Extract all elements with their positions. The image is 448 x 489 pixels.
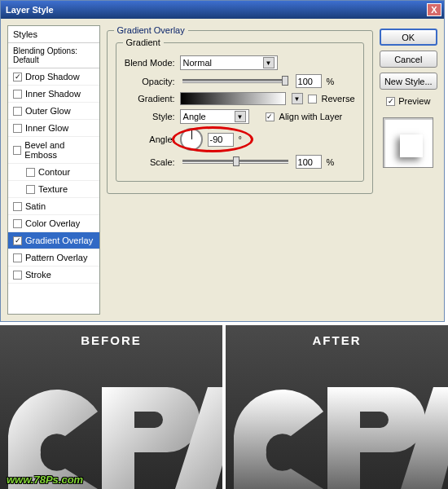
style-label: Outer Glow — [25, 106, 71, 116]
close-icon: X — [431, 5, 437, 15]
gradient-inner-group: Gradient Blend Mode: Normal ▼ Opacity: % — [116, 42, 364, 182]
style-label: Stroke — [25, 270, 51, 280]
align-label: Align with Layer — [279, 112, 343, 121]
angle-input[interactable] — [208, 133, 234, 147]
watermark: www.78Ps.com — [7, 474, 83, 486]
preview-checkbox[interactable] — [386, 97, 395, 106]
style-checkbox[interactable] — [13, 146, 21, 155]
center-panel: Gradient Overlay Gradient Blend Mode: No… — [107, 25, 373, 315]
angle-label: Angle: — [125, 134, 175, 144]
style-checkbox[interactable] — [26, 185, 35, 194]
inner-group-title: Gradient — [123, 37, 164, 47]
group-title: Gradient Overlay — [114, 25, 188, 35]
after-panel: AFTER — [222, 322, 448, 489]
style-label: Inner Shadow — [25, 89, 81, 99]
reverse-label: Reverse — [322, 94, 355, 104]
chevron-down-icon: ▼ — [263, 57, 275, 68]
style-label: Contour — [38, 167, 70, 177]
style-item-gradient-overlay[interactable]: Gradient Overlay — [8, 232, 99, 249]
style-item-inner-shadow[interactable]: Inner Shadow — [8, 86, 99, 103]
style-item-contour[interactable]: Contour — [8, 164, 99, 181]
style-item-bevel-and-emboss[interactable]: Bevel and Emboss — [8, 137, 99, 164]
preview-label: Preview — [398, 96, 430, 106]
style-label: Bevel and Emboss — [24, 140, 94, 160]
style-item-stroke[interactable]: Stroke — [8, 267, 99, 284]
new-style-button[interactable]: New Style... — [380, 73, 437, 90]
scale-label: Scale: — [125, 157, 175, 167]
blend-mode-label: Blend Mode: — [125, 58, 175, 68]
titlebar[interactable]: Layer Style X — [1, 1, 444, 19]
right-panel: OK Cancel New Style... Preview — [380, 25, 437, 315]
style-item-pattern-overlay[interactable]: Pattern Overlay — [8, 249, 99, 267]
style-checkbox[interactable] — [13, 219, 22, 228]
scale-input[interactable] — [296, 155, 322, 169]
style-checkbox[interactable] — [13, 202, 22, 211]
style-checkbox[interactable] — [13, 124, 22, 133]
style-item-inner-glow[interactable]: Inner Glow — [8, 120, 99, 137]
opacity-input[interactable] — [296, 74, 322, 88]
after-text-art — [230, 379, 448, 489]
style-label: Gradient Overlay — [25, 236, 93, 245]
reverse-checkbox[interactable] — [308, 95, 317, 104]
angle-wheel[interactable] — [180, 128, 203, 151]
before-title: BEFORE — [81, 333, 142, 347]
style-label: Color Overlay — [25, 218, 80, 228]
style-item-drop-shadow[interactable]: Drop Shadow — [8, 68, 99, 86]
style-label: Drop Shadow — [25, 72, 80, 82]
blend-mode-select[interactable]: Normal ▼ — [180, 55, 278, 70]
close-button[interactable]: X — [427, 3, 441, 16]
before-panel: BEFORE www.78Ps.com — [0, 322, 222, 489]
style-label: Inner Glow — [25, 123, 68, 133]
scale-slider[interactable] — [182, 161, 288, 164]
preview-thumbnail — [383, 117, 433, 168]
styles-panel: Styles Blending Options: Default Drop Sh… — [7, 25, 100, 315]
style-select[interactable]: Angle ▼ — [180, 109, 249, 124]
dialog-title: Layer Style — [6, 5, 54, 15]
gradient-overlay-group: Gradient Overlay Gradient Blend Mode: No… — [107, 30, 373, 194]
chevron-down-icon[interactable]: ▼ — [292, 93, 303, 104]
blending-options[interactable]: Blending Options: Default — [8, 43, 99, 68]
style-checkbox[interactable] — [13, 73, 22, 82]
style-label: Texture — [38, 184, 68, 194]
styles-header[interactable]: Styles — [8, 26, 99, 43]
opacity-label: Opacity: — [125, 77, 175, 86]
style-checkbox[interactable] — [13, 90, 22, 99]
style-label: Style: — [125, 112, 175, 121]
align-checkbox[interactable] — [266, 112, 275, 121]
ok-button[interactable]: OK — [380, 29, 437, 46]
style-item-satin[interactable]: Satin — [8, 198, 99, 215]
style-item-color-overlay[interactable]: Color Overlay — [8, 215, 99, 232]
gradient-label: Gradient: — [125, 94, 175, 104]
gradient-picker[interactable] — [180, 92, 286, 105]
style-checkbox[interactable] — [13, 107, 22, 116]
style-label: Satin — [25, 201, 46, 211]
layer-style-dialog: Layer Style X Styles Blending Options: D… — [0, 0, 445, 322]
style-checkbox[interactable] — [13, 253, 22, 262]
style-label: Pattern Overlay — [25, 253, 87, 262]
after-title: AFTER — [313, 333, 362, 347]
chevron-down-icon: ▼ — [235, 111, 246, 122]
style-item-texture[interactable]: Texture — [8, 181, 99, 198]
style-checkbox[interactable] — [13, 271, 22, 280]
cancel-button[interactable]: Cancel — [380, 51, 437, 68]
style-checkbox[interactable] — [26, 168, 35, 177]
opacity-slider[interactable] — [182, 80, 288, 83]
style-item-outer-glow[interactable]: Outer Glow — [8, 103, 99, 120]
before-after-compare: BEFORE www.78Ps.com AFTER — [0, 322, 448, 489]
before-text-art — [4, 379, 222, 489]
style-checkbox[interactable] — [13, 236, 22, 245]
